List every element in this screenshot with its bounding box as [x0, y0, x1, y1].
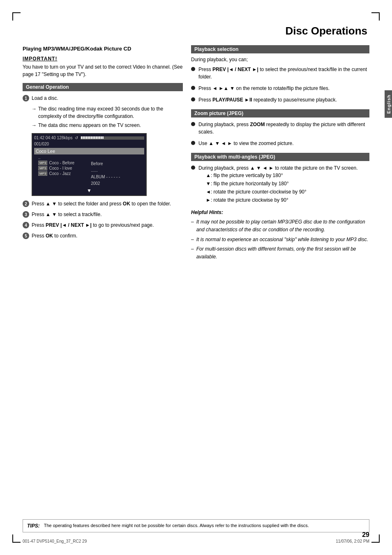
screen-file-row-3: MP3 Coco - Jazz — [38, 171, 74, 176]
mp3-badge-1: MP3 — [38, 161, 47, 165]
screen-top-bar: 01:42 04:40 128kbps ↺ — [34, 136, 144, 140]
hint-1-text: It may not be possible to play certain M… — [196, 218, 369, 234]
hint-3: – For multi-session discs with different… — [191, 245, 369, 261]
screen-file-2: Coco - I love — [49, 166, 72, 170]
playback-bullet-1: Press PREV |◄ / NEXT ►| to select the pr… — [191, 66, 369, 81]
screen-parent-dir: .. — [38, 155, 41, 160]
right-column: Playback selection During playback, you … — [191, 45, 369, 522]
hint-3-text: For multi-session discs with different f… — [196, 245, 369, 261]
screen-right-info: Before ...... ALBUM - - - - - - 2002 — [91, 161, 120, 187]
mp3-badge-2: MP3 — [38, 166, 47, 170]
playback-selection-header: Playback selection — [191, 45, 369, 53]
screen-track-num: 001/020 — [34, 142, 144, 146]
screen-file-row-parent: .. — [38, 155, 144, 160]
general-operation-header: General Operation — [23, 83, 183, 91]
playback-bullet-3: Press PLAY/PAUSE ►II repeatedly to pause… — [191, 96, 369, 104]
screen-repeat-icon: ↺ — [75, 136, 78, 140]
multi-angles-section: Playback with multi-angles (JPEG) During… — [191, 153, 369, 261]
zoom-picture-section: Zoom picture (JPEG) During playback, pre… — [191, 109, 369, 147]
arrow-icon-2: → — [32, 122, 37, 129]
playback-bullet-3-text: Press PLAY/PAUSE ►II repeatedly to pause… — [198, 96, 337, 104]
screen-highlighted-track: Coco Lee — [34, 148, 144, 154]
step-1-note-1-text: The disc reading time may exceed 30 seco… — [38, 105, 183, 120]
hint-dash-2: – — [191, 236, 194, 244]
playback-selection-section: Playback selection During playback, you … — [191, 45, 369, 104]
step-number-3: 3 — [23, 211, 29, 218]
step-1-note-2-text: The data disc menu appears on the TV scr… — [38, 122, 141, 129]
zoom-bullet-2-text: Use ▲ ▼ ◄ ► to view the zoomed picture. — [198, 140, 294, 147]
zoom-bullet-2: Use ▲ ▼ ◄ ► to view the zoomed picture. — [191, 140, 369, 147]
zoom-bullet-1: During playback, press ZOOM repeatedly t… — [191, 121, 369, 136]
footer-left: 001-47 DVP5140_Eng_37_RC2 29 — [23, 539, 87, 543]
step-4: 4 Press PREV |◄ / NEXT ►| to go to previ… — [23, 221, 183, 229]
multi-angles-header: Playback with multi-angles (JPEG) — [191, 153, 369, 161]
zoom-bullets: During playback, press ZOOM repeatedly t… — [191, 121, 369, 147]
tips-text: The operating features described here mi… — [44, 522, 309, 529]
important-text: You have to turn on your TV and set to t… — [23, 63, 183, 78]
multi-angles-bullet-1: During playback, press ▲ ▼ ◄ ► to rotate… — [191, 164, 369, 205]
bullet-circle-m1 — [191, 166, 195, 170]
step-number-2: 2 — [23, 200, 29, 207]
screen-time: 01:42 04:40 128kbps — [34, 136, 72, 140]
mp3-badge-3: MP3 — [38, 171, 47, 176]
tips-label: TIPS: — [27, 522, 40, 530]
corner-mark-tl — [12, 12, 21, 21]
corner-mark-tr — [371, 12, 380, 21]
step-5: 5 Press OK to confirm. — [23, 232, 183, 240]
bullet-circle-2 — [191, 86, 195, 90]
step-1-text: Load a disc. — [32, 94, 58, 102]
multi-angles-bullets: During playback, press ▲ ▼ ◄ ► to rotate… — [191, 164, 369, 205]
screen-area: Coco Lee .. MP3 Coco - Before — [34, 148, 144, 193]
playback-bullet-2-text: Press ◄ ►▲ ▼ on the remote to rotate/fli… — [198, 85, 330, 92]
progress-bar — [81, 136, 144, 140]
hint-2-text: It is normal to experience an occasional… — [196, 236, 368, 244]
left-section-title: Playing MP3/WMA/JPEG/Kodak Picture CD — [23, 45, 183, 53]
screen-file-row-2: MP3 Coco - I love — [38, 166, 74, 170]
bullet-circle-z1 — [191, 122, 195, 126]
playback-bullets: Press PREV |◄ / NEXT ►| to select the pr… — [191, 66, 369, 104]
screen-down-arrow: ▼ — [34, 188, 144, 193]
multi-angles-bullet-content: During playback, press ▲ ▼ ◄ ► to rotate… — [198, 164, 357, 205]
page-number: 29 — [362, 531, 369, 539]
hint-dash-3: – — [191, 245, 194, 261]
playback-intro: During playback, you can; — [191, 57, 369, 62]
zoom-bullet-1-text: During playback, press ZOOM repeatedly t… — [198, 121, 369, 136]
screen-right-dots: ...... — [91, 167, 120, 174]
helpful-hints-title: Helpful Hints: — [191, 209, 369, 216]
bullet-circle-1 — [191, 67, 195, 71]
bullet-circle-z2 — [191, 141, 195, 145]
step-4-text: Press PREV |◄ / NEXT ►| to go to previou… — [32, 221, 154, 229]
step-2-text: Press ▲ ▼ to select the folder and press… — [32, 200, 171, 207]
screen-mockup: 01:42 04:40 128kbps ↺ 001/020 — [32, 133, 147, 196]
page-title: Disc Operations — [286, 25, 367, 37]
screen-right-before: Before — [91, 161, 120, 167]
screen-right-album: ALBUM - - - - - - — [91, 174, 120, 180]
sub-bullet-2: ▼: flip the picture horizontally by 180° — [206, 180, 357, 187]
page-number-text: 29 — [362, 531, 369, 538]
english-tab: English — [385, 90, 392, 118]
corner-mark-br — [371, 534, 380, 543]
step-5-text: Press OK to confirm. — [32, 232, 77, 240]
screen-file-3: Coco - Jazz — [49, 171, 71, 176]
sub-bullet-1: ▲: flip the picture vertically by 180° — [206, 172, 357, 179]
important-label: IMPORTANT! — [23, 56, 183, 62]
corner-mark-bl — [12, 534, 21, 543]
screen-file-1: Coco - Before — [49, 161, 74, 165]
step-number-5: 5 — [23, 233, 29, 239]
content-area: Playing MP3/WMA/JPEG/Kodak Picture CD IM… — [23, 45, 369, 522]
screen-file-list: .. MP3 Coco - Before MP3 Coco - I lo — [38, 155, 144, 187]
step-1-note-1: → The disc reading time may exceed 30 se… — [32, 105, 183, 120]
sub-bullet-3: ◄: rotate the picture counter-clockwise … — [206, 188, 357, 196]
zoom-picture-header: Zoom picture (JPEG) — [191, 109, 369, 117]
tips-box: TIPS: The operating features described h… — [23, 519, 369, 532]
left-column: Playing MP3/WMA/JPEG/Kodak Picture CD IM… — [23, 45, 183, 522]
playback-bullet-1-text: Press PREV |◄ / NEXT ►| to select the pr… — [198, 66, 369, 81]
footer-right: 11/07/06, 2:02 PM — [336, 539, 369, 543]
hint-dash-1: – — [191, 218, 194, 234]
sub-bullet-4: ►: rotate the picture clockwise by 90° — [206, 196, 357, 204]
screen-files-left: MP3 Coco - Before MP3 Coco - I love MP3 … — [38, 161, 74, 187]
step-1: 1 Load a disc. — [23, 94, 183, 102]
progress-bars-visual — [81, 136, 144, 139]
step-3: 3 Press ▲ ▼ to select a track/file. — [23, 211, 183, 218]
step-number-4: 4 — [23, 222, 29, 228]
